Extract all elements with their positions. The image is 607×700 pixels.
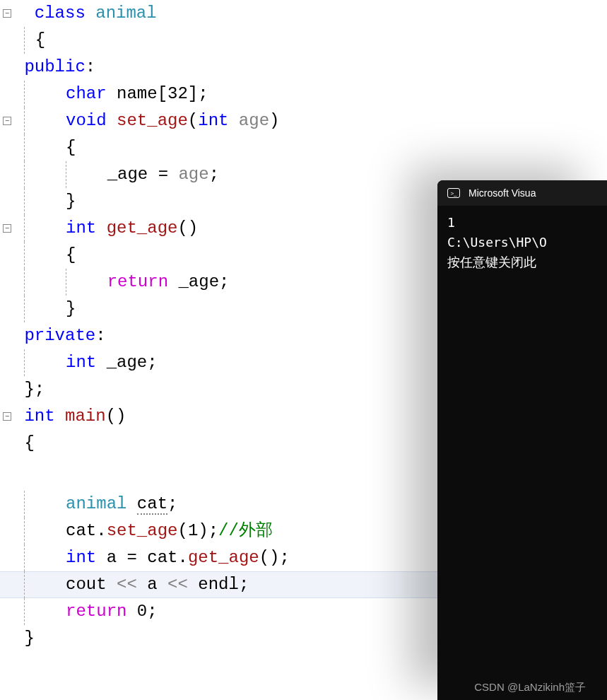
- code-line[interactable]: public:: [0, 54, 607, 81]
- fold-minus-icon[interactable]: −: [3, 117, 11, 125]
- code-line[interactable]: {: [0, 134, 607, 161]
- brace-close: }: [66, 192, 76, 211]
- keyword-int: int: [66, 353, 96, 372]
- method-call: set_age: [107, 521, 178, 540]
- code-line[interactable]: − class animal: [0, 0, 607, 27]
- brace-open: {: [66, 245, 76, 264]
- keyword-private: private: [24, 326, 95, 345]
- brace-close: }: [24, 629, 34, 648]
- brace-close: }: [66, 299, 76, 318]
- output-line: C:\Users\HP\O: [447, 233, 597, 252]
- parameter: age: [228, 111, 269, 130]
- brace-open: {: [24, 433, 34, 453]
- comment: //外部: [218, 521, 273, 540]
- keyword-char: char: [66, 84, 107, 103]
- code-line[interactable]: char name[32];: [0, 81, 607, 107]
- terminal-icon: >_: [447, 188, 460, 198]
- fold-minus-icon[interactable]: −: [3, 224, 11, 233]
- keyword-int: int: [66, 218, 96, 238]
- function-name: set_age: [107, 111, 188, 130]
- brace-open: {: [66, 138, 76, 157]
- console-output[interactable]: 1 C:\Users\HP\O 按任意键关闭此: [437, 206, 607, 279]
- output-line: 按任意键关闭此: [447, 252, 597, 272]
- class-name: animal: [95, 4, 156, 23]
- function-name: get_age: [96, 218, 177, 238]
- console-titlebar[interactable]: >_ Microsoft Visua: [437, 180, 607, 206]
- variable-cat: cat: [137, 494, 167, 515]
- code-line[interactable]: {: [0, 27, 607, 54]
- keyword-class: class: [35, 4, 86, 23]
- function-main: main: [55, 407, 106, 426]
- keyword-public: public: [24, 57, 85, 76]
- keyword-int: int: [24, 407, 54, 426]
- console-title: Microsoft Visua: [468, 187, 536, 199]
- brace-open: {: [35, 30, 45, 49]
- console-window[interactable]: >_ Microsoft Visua 1 C:\Users\HP\O 按任意键关…: [437, 180, 607, 700]
- output-line: 1: [447, 213, 597, 233]
- method-call: get_age: [188, 548, 259, 567]
- brace-close: };: [24, 380, 45, 399]
- fold-minus-icon[interactable]: −: [3, 412, 11, 421]
- code-line[interactable]: − void set_age(int age): [0, 107, 607, 134]
- keyword-return: return: [107, 272, 168, 291]
- watermark: CSDN @LaNzikinh篮子: [474, 681, 586, 694]
- keyword-void: void: [66, 111, 107, 130]
- keyword-return: return: [66, 602, 126, 621]
- fold-minus-icon[interactable]: −: [3, 9, 11, 18]
